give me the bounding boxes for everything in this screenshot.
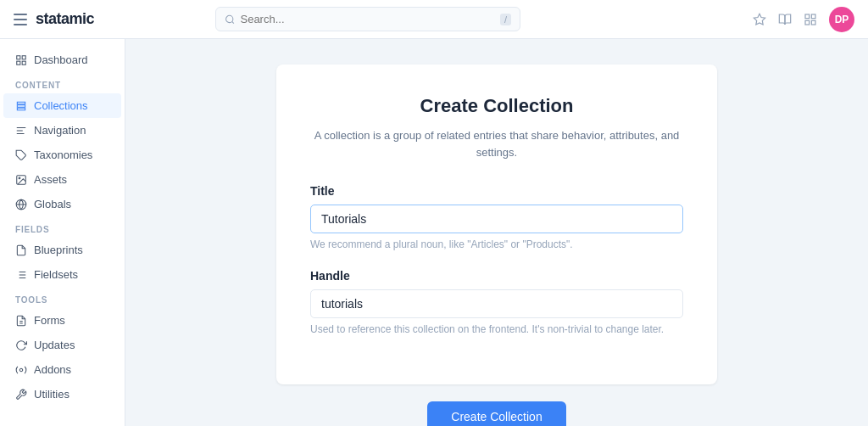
sidebar-item-globals[interactable]: Globals [3,192,121,216]
svg-rect-5 [811,20,815,25]
handle-label: Handle [310,269,683,283]
taxonomies-icon [15,149,27,161]
sidebar-item-label: Forms [34,314,65,327]
form-subtitle: A collection is a group of related entri… [310,127,683,160]
sidebar-item-utilities[interactable]: Utilities [3,382,121,406]
sidebar-item-label: Utilities [34,388,70,401]
collections-icon [15,100,27,112]
sidebar-item-label: Updates [34,339,75,351]
sidebar-item-label: Taxonomies [34,149,92,161]
handle-hint: Used to reference this collection on the… [310,323,683,335]
svg-rect-9 [22,61,25,64]
main-content: Create Collection A collection is a grou… [125,39,868,426]
search-bar[interactable]: / [215,7,520,31]
sidebar-item-label: Globals [34,198,71,210]
sidebar-item-fieldsets[interactable]: Fieldsets [3,262,121,287]
book-icon[interactable] [778,13,792,26]
title-label: Title [310,184,683,198]
svg-rect-6 [17,55,20,59]
fieldsets-icon [15,269,27,281]
avatar[interactable]: DP [829,7,854,32]
navigation-icon [15,125,27,137]
sidebar-item-blueprints[interactable]: Blueprints [3,238,121,262]
sidebar-item-label: Dashboard [34,53,88,66]
handle-group: Handle Used to reference this collection… [310,269,683,335]
create-collection-card: Create Collection A collection is a grou… [276,64,717,384]
sidebar-item-taxonomies[interactable]: Taxonomies [3,143,121,167]
search-shortcut: / [500,14,511,25]
utilities-icon [15,389,27,401]
title-input[interactable] [310,205,683,233]
svg-point-26 [19,368,23,372]
sidebar-item-dashboard[interactable]: Dashboard [3,48,121,72]
sidebar: Dashboard CONTENT Collections Navigation… [0,39,125,426]
search-icon [225,14,235,25]
search-input[interactable] [240,13,494,25]
updates-icon [15,339,27,351]
topbar-right: DP [753,7,854,32]
svg-point-0 [226,15,233,22]
logo: statamic [36,10,94,28]
form-title: Create Collection [310,95,683,117]
assets-icon [15,174,27,186]
sidebar-item-label: Navigation [34,124,86,137]
title-group: Title We recommend a plural noun, like "… [310,184,683,250]
menu-icon[interactable] [14,14,27,25]
sidebar-item-label: Fieldsets [34,268,78,281]
svg-line-1 [232,21,234,23]
sidebar-item-updates[interactable]: Updates [3,333,121,357]
submit-button-container: Create Collection [427,401,565,426]
content-section-label: CONTENT [0,72,125,93]
sidebar-item-label: Blueprints [34,244,83,256]
globals-icon [15,199,27,210]
pin-icon[interactable] [753,13,766,26]
sidebar-item-label: Assets [34,173,67,186]
topbar-left: statamic [14,10,94,28]
svg-rect-7 [22,55,25,59]
blueprints-icon [15,244,27,256]
addons-icon [15,364,27,376]
main-layout: Dashboard CONTENT Collections Navigation… [0,39,868,426]
svg-rect-8 [17,61,20,64]
forms-icon [15,315,27,327]
svg-rect-2 [805,14,810,19]
svg-rect-4 [805,20,810,25]
svg-point-15 [19,177,20,179]
tools-section-label: TOOLS [0,287,125,308]
title-hint: We recommend a plural noun, like "Articl… [310,238,683,250]
svg-rect-3 [811,14,815,19]
sidebar-item-assets[interactable]: Assets [3,167,121,192]
sidebar-item-label: Addons [34,363,71,376]
sidebar-item-addons[interactable]: Addons [3,357,121,382]
sidebar-item-navigation[interactable]: Navigation [3,118,121,143]
grid-icon[interactable] [804,13,817,26]
topbar: statamic / DP [0,0,868,39]
handle-input[interactable] [310,289,683,318]
dashboard-icon [15,54,27,66]
sidebar-item-label: Collections [34,99,88,112]
sidebar-item-forms[interactable]: Forms [3,308,121,333]
sidebar-item-collections[interactable]: Collections [3,93,121,118]
fields-section-label: FIELDS [0,216,125,238]
create-collection-button[interactable]: Create Collection [427,401,565,426]
